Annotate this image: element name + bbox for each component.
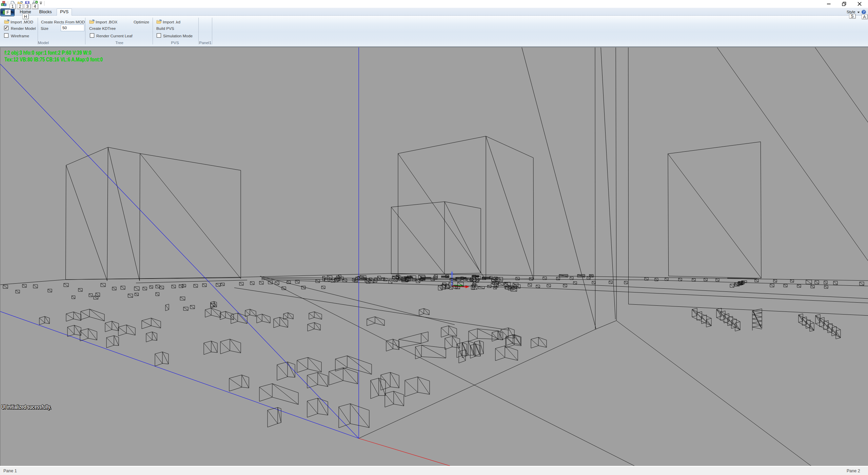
svg-text:H: H xyxy=(3,1,4,3)
svg-text:C: C xyxy=(4,4,6,6)
svg-text:?: ? xyxy=(863,10,865,14)
